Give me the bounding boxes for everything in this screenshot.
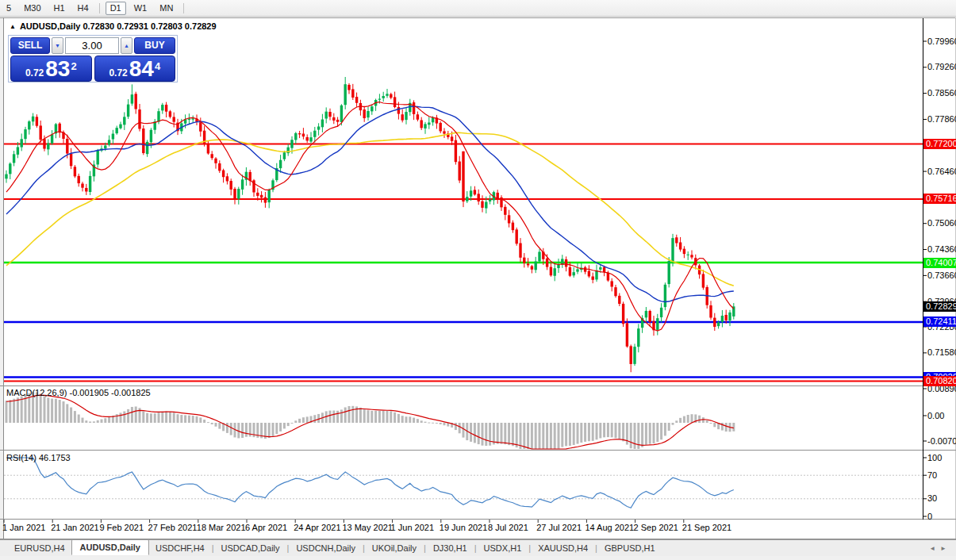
sell-price-base: 0.72 <box>25 67 44 79</box>
chart-tab-eurusd-h4[interactable]: EURUSD,H4 <box>8 542 71 554</box>
date-tick-label: 9 Feb 2021 <box>99 523 144 532</box>
price-tick-label: 0.76460 <box>927 167 956 177</box>
date-tick-label: 18 Mar 2021 <box>197 523 246 532</box>
buy-price-base: 0.72 <box>109 67 127 79</box>
tab-separator: | <box>363 543 365 553</box>
sell-price-point: 2 <box>71 60 76 72</box>
date-tick-label: 21 Sep 2021 <box>682 523 731 532</box>
trading-terminal-window: { "toolbar":{"timeframes":["5","M30","H1… <box>0 0 956 560</box>
chart-tab-ukoil-daily[interactable]: UKOil,Daily <box>366 542 423 554</box>
date-tick-label: 6 Apr 2021 <box>245 523 287 532</box>
sell-button[interactable]: SELL <box>10 37 50 54</box>
date-tick-label: 1 Jan 2021 <box>2 523 45 532</box>
chart-tab-usdcnh-daily[interactable]: USDCNH,Daily <box>290 542 362 554</box>
price-tick-label: 0.79260 <box>927 62 956 72</box>
sell-price-display[interactable]: 0.72832 <box>10 56 92 82</box>
date-tick-label: 27 Jul 2021 <box>536 523 582 532</box>
rsi-axis-label: 0 <box>927 512 932 522</box>
price-tick-label: 0.74360 <box>927 244 956 255</box>
price-level-label: 0.72411 <box>923 316 956 327</box>
chart-tab-dj30-h1[interactable]: DJ30,H1 <box>427 542 474 554</box>
volume-input[interactable]: 3.00 <box>65 37 119 54</box>
one-click-trading-panel: SELL ▼ 3.00 ▲ BUY 0.72832 0.72844 <box>8 35 178 82</box>
price-level-label: 0.75716 <box>923 194 956 204</box>
tab-separator: | <box>287 543 290 553</box>
price-tick-label: 0.79960 <box>927 36 956 47</box>
rsi-axis-label: 70 <box>927 470 937 481</box>
date-tick-label: 8 Jul 2021 <box>488 523 528 532</box>
buy-button[interactable]: BUY <box>134 37 175 54</box>
buy-price-pips: 84 <box>129 59 154 79</box>
chart-tab-usdcad-daily[interactable]: USDCAD,Daily <box>215 542 286 554</box>
tab-separator: | <box>474 543 477 553</box>
date-tick-label: 24 Apr 2021 <box>294 523 340 532</box>
price-tick-label: 0.77860 <box>927 114 956 125</box>
buy-price-point: 4 <box>155 60 160 72</box>
tab-separator: | <box>424 543 426 553</box>
price-level-label: 0.74007 <box>923 258 956 268</box>
symbol-ohlc-text: AUDUSD,Daily 0.72830 0.72931 0.72803 0.7… <box>20 21 217 31</box>
price-tick-label: 0.78560 <box>927 88 956 98</box>
rsi-axis-label: 100 <box>927 453 942 463</box>
price-tick-label: 0.73660 <box>927 270 956 281</box>
chart-tab-audusd-daily[interactable]: AUDUSD,Daily <box>71 539 149 555</box>
collapse-panel-icon[interactable]: ▲ <box>10 23 16 30</box>
chart-tab-usdx-h1[interactable]: USDX,H1 <box>478 542 528 554</box>
macd-indicator-label: MACD(12,26,9) -0.001905 -0.001825 <box>6 388 151 397</box>
chart-tab-bar: EURUSD,H4AUDUSD,DailyUSDCHF,H4|USDCAD,Da… <box>0 539 956 556</box>
date-tick-label: 2 Sep 2021 <box>634 523 678 532</box>
current-price-label: 0.72829 <box>923 301 956 312</box>
rsi-indicator-label: RSI(14) 46.1753 <box>6 453 71 462</box>
rsi-axis-label: 30 <box>927 493 937 504</box>
chart-tab-gbpusd-h1[interactable]: GBPUSD,H1 <box>598 542 662 554</box>
price-level-label: 0.77200 <box>923 139 956 149</box>
chart-tab-usdchf-h4[interactable]: USDCHF,H4 <box>149 542 211 554</box>
volume-increase-button[interactable]: ▲ <box>121 37 132 54</box>
date-tick-label: 1 Jun 2021 <box>391 523 434 532</box>
tab-separator: | <box>595 543 597 553</box>
date-tick-label: 21 Jan 2021 <box>51 523 99 532</box>
date-tick-label: 14 Aug 2021 <box>585 523 634 532</box>
date-tick-label: 19 Jun 2021 <box>440 523 488 532</box>
price-tick-label: 0.75060 <box>927 218 956 228</box>
buy-price-display[interactable]: 0.72844 <box>94 56 176 82</box>
date-tick-label: 13 May 2021 <box>342 523 393 532</box>
symbol-ohlc-info: ▲AUDUSD,Daily 0.72830 0.72931 0.72803 0.… <box>10 21 217 31</box>
chart-canvas[interactable] <box>0 0 956 560</box>
tab-scroll-arrows-icon[interactable]: ◄► <box>929 545 951 552</box>
volume-decrease-button[interactable]: ▼ <box>52 37 63 54</box>
tab-separator: | <box>212 543 214 553</box>
price-tick-label: 0.71580 <box>927 347 956 358</box>
price-level-label: 0.70820 <box>923 376 956 386</box>
date-tick-label: 27 Feb 2021 <box>148 523 198 532</box>
tab-separator: | <box>528 543 531 553</box>
sell-price-pips: 83 <box>45 59 70 79</box>
chart-tab-xauusd-h4[interactable]: XAUUSD,H4 <box>532 542 594 554</box>
macd-axis-label: 0.00 <box>927 411 944 421</box>
macd-axis-label: -0.00701 <box>927 436 956 447</box>
